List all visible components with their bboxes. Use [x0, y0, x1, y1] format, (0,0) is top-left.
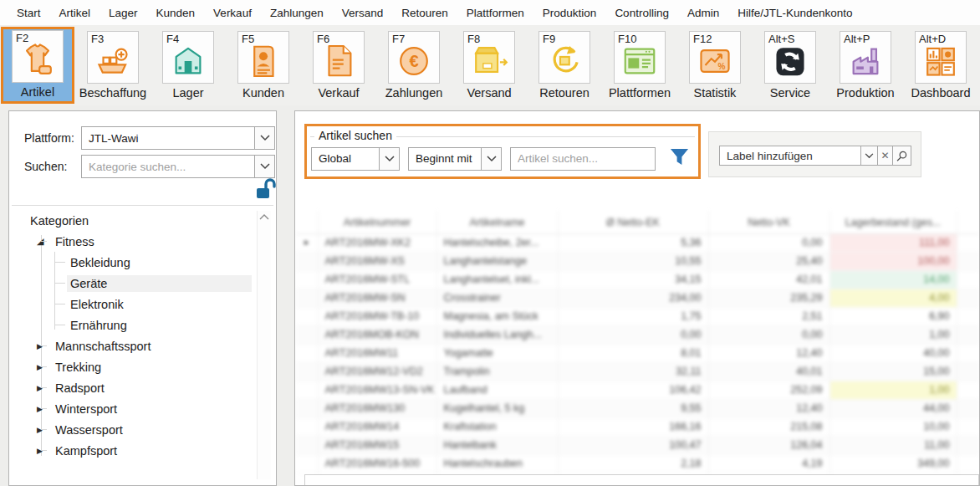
menu-item-admin[interactable]: Admin — [678, 7, 728, 19]
tree-item-bekleidung[interactable]: Bekleidung — [15, 252, 252, 273]
toolbar-button-verkauf[interactable]: F6Verkauf — [302, 27, 375, 104]
toolbar-button-lager[interactable]: F4Lager — [151, 27, 225, 104]
toolbar-button-versand[interactable]: F8Versand — [452, 27, 526, 104]
tree-item-kategorien[interactable]: Kategorien — [15, 210, 252, 231]
euro-coin-icon: € — [395, 40, 433, 82]
cell-netto-ek: 106,42 — [558, 381, 708, 399]
menu-item-retouren[interactable]: Retouren — [392, 7, 457, 19]
menu-item-controlling[interactable]: Controlling — [605, 7, 678, 19]
toolbar-button-statistik[interactable]: F12%Statistik — [678, 27, 752, 104]
table-row[interactable]: ART2016MOB-KONIndividuelles Langh...0,00… — [296, 325, 979, 344]
label-panel: Label hinzufügen ✕ — [708, 131, 921, 177]
menu-item-verkauf[interactable]: Verkauf — [204, 7, 261, 19]
column-header-lage[interactable]: Lage... — [957, 212, 979, 233]
table-row[interactable]: ART2016MW14Kraftstation166,16215,0810,00 — [296, 417, 979, 436]
toolbar-button-dashboard[interactable]: Alt+DDashboard — [904, 27, 977, 104]
menu-item-hilfe-jtl-kundenkonto[interactable]: Hilfe/JTL-Kundenkonto — [728, 7, 861, 19]
search-mode-value: Beginnt mit — [409, 148, 481, 170]
column-header-artikelnummer[interactable]: Artikelnummer — [318, 212, 436, 233]
column-header-artikelname[interactable]: Artikelname — [436, 212, 558, 233]
column-header-netto-vk[interactable]: Netto-VK — [708, 212, 829, 233]
chevron-down-icon[interactable] — [379, 148, 399, 170]
cell-netto-ek: 2,18 — [558, 454, 708, 473]
table-row[interactable]: ART2016MW11Yogamatte8,0112,4040,00 — [296, 344, 979, 362]
table-row[interactable]: ART2016MW-STLLanghantelset, inkl...34,15… — [296, 270, 979, 289]
chevron-down-icon[interactable] — [254, 156, 274, 177]
unlock-icon[interactable] — [255, 178, 277, 203]
category-search-input[interactable] — [82, 156, 254, 177]
article-search-input[interactable] — [510, 147, 656, 171]
label-add-combobox[interactable]: Label hinzufügen ✕ — [719, 146, 911, 166]
tree-item-elektronik[interactable]: Elektronik — [15, 294, 252, 315]
table-row[interactable]: ART2016MW12-VD2Trampolin32,1140,0115,00 — [296, 362, 979, 381]
table-row[interactable]: ART2016MW-SNCrosstrainer234,00235,294,00 — [296, 289, 979, 307]
table-row[interactable]: ART2016MW15Hantelbank100,47126,0411,00 — [296, 436, 979, 454]
tree-item-ger-te[interactable]: Geräte — [15, 273, 252, 294]
column-header-lagerbestand-ges[interactable]: Lagerbestand (ges... — [829, 212, 957, 233]
toolbar-ribbon: F2ArtikelF3BeschaffungF4LagerF5KundenF6V… — [0, 25, 980, 105]
warehouse-icon — [169, 40, 207, 82]
table-row[interactable]: ART2016MW16-500Hantelschrauben2,184,1934… — [296, 454, 979, 473]
chevron-down-icon[interactable] — [481, 148, 501, 170]
menu-item-zahlungen[interactable]: Zahlungen — [261, 7, 333, 19]
tree-item-mannschaftssport[interactable]: ▶Mannschaftssport — [15, 335, 252, 356]
tree-item-radsport[interactable]: ▶Radsport — [15, 377, 252, 398]
cell-lagerbestand: 111,00 — [829, 233, 957, 252]
column-header-selector[interactable] — [296, 212, 318, 233]
toolbar-button-label: Zahlungen — [385, 86, 443, 100]
tree-item-kampfsport[interactable]: ▶Kampfsport — [15, 440, 252, 461]
cell-lagerbestand: 349,00 — [829, 454, 957, 473]
tree-item-wintersport[interactable]: ▶Wintersport — [15, 398, 252, 419]
toolbar-button-produktion[interactable]: Alt+PProduktion — [829, 27, 902, 104]
cell-lager-extra — [957, 454, 979, 473]
menu-item-versand[interactable]: Versand — [333, 7, 393, 19]
menu-item-artikel[interactable]: Artikel — [50, 7, 100, 19]
tree-item-trekking[interactable]: ▶Trekking — [15, 356, 252, 377]
chevron-down-icon[interactable] — [254, 127, 274, 149]
tree-connector-line — [41, 345, 47, 346]
return-arrow-icon — [545, 40, 584, 82]
table-row[interactable]: ART2016MW130Kugelhantel, 5 kg9,5512,4044… — [296, 399, 979, 417]
toolbar-button-plattformen[interactable]: F10Plattformen — [603, 27, 676, 104]
menu-item-produktion[interactable]: Produktion — [533, 7, 606, 19]
cell-netto-ek: 10,55 — [558, 252, 708, 270]
menu-item-start[interactable]: Start — [8, 7, 50, 19]
shortcut-key-label: F12 — [693, 33, 712, 45]
search-scope-combobox[interactable]: Global — [311, 147, 400, 171]
cell-artikelname: Crosstrainer — [436, 289, 558, 307]
tree-item-label: Mannschaftssport — [52, 338, 252, 355]
cell-lager-extra — [957, 381, 979, 399]
toolbar-button-zahlungen[interactable]: F7€Zahlungen — [377, 27, 451, 104]
table-row[interactable]: ART2016MW-TB-10Magnesia, am Stück1,752,5… — [296, 307, 979, 325]
tree-item-label: Wintersport — [52, 401, 252, 417]
toolbar-button-retouren[interactable]: F9Retouren — [528, 27, 601, 104]
article-main-panel: Artikel suchen Global Beginnt mit Label — [294, 110, 980, 486]
tree-item-fitness[interactable]: ◢Fitness — [15, 231, 252, 252]
menu-item-plattformen[interactable]: Plattformen — [457, 7, 533, 19]
toolbar-button-label: Kunden — [242, 86, 284, 100]
cell-artikelname: Kugelhantel, 5 kg — [436, 399, 558, 417]
magnifier-icon[interactable] — [892, 146, 911, 165]
article-table[interactable]: ArtikelnummerArtikelnameØ Netto-EKNetto-… — [296, 212, 979, 473]
article-table-header[interactable]: ArtikelnummerArtikelnameØ Netto-EKNetto-… — [296, 212, 979, 233]
menu-item-kunden[interactable]: Kunden — [147, 7, 205, 19]
menu-item-lager[interactable]: Lager — [100, 7, 147, 19]
filter-funnel-icon[interactable] — [669, 146, 690, 171]
toolbar-button-service[interactable]: Alt+SService — [753, 27, 827, 104]
toolbar-button-artikel[interactable]: F2Artikel — [1, 27, 74, 104]
table-row[interactable]: ART2016MW13-SN-VKLaufband106,42252,091,0… — [296, 381, 979, 399]
search-mode-combobox[interactable]: Beginnt mit — [408, 147, 502, 171]
table-row[interactable]: ART2016MW-XSLanghantelstange10,5525,4010… — [296, 252, 979, 270]
platform-combobox[interactable]: JTL-Wawi — [81, 126, 275, 150]
toolbar-button-beschaffung[interactable]: F3Beschaffung — [76, 27, 150, 104]
toolbar-button-kunden[interactable]: F5Kunden — [227, 27, 300, 104]
category-search-combobox[interactable] — [81, 155, 275, 178]
cell-lagerbestand: 6,90 — [829, 307, 957, 325]
tree-scrollbar[interactable] — [257, 211, 271, 479]
tree-item-ern-hrung[interactable]: Ernährung — [15, 315, 252, 335]
tree-item-wassersport[interactable]: ▶Wassersport — [15, 419, 252, 440]
chevron-down-icon[interactable] — [860, 146, 877, 165]
table-row[interactable]: ▶ART2016MW-XK2Hantelscheibe, 2er...5,360… — [296, 233, 979, 252]
clear-x-icon[interactable]: ✕ — [877, 146, 892, 165]
column-header-netto-ek[interactable]: Ø Netto-EK — [558, 212, 708, 233]
